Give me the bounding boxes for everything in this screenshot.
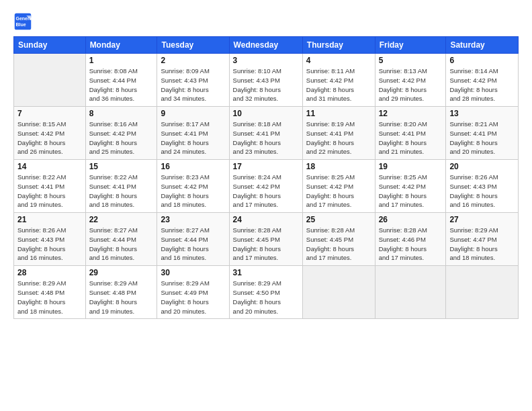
day-number: 21 xyxy=(17,215,82,224)
day-number: 12 xyxy=(379,109,443,118)
calendar-cell: 3Sunrise: 8:10 AMSunset: 4:43 PMDaylight… xyxy=(229,54,302,107)
day-info: Sunrise: 8:08 AMSunset: 4:44 PMDaylight:… xyxy=(89,66,154,103)
day-number: 7 xyxy=(17,109,82,118)
weekday-header: Wednesday xyxy=(229,37,302,54)
calendar-week-row: 28Sunrise: 8:29 AMSunset: 4:48 PMDayligh… xyxy=(14,266,519,319)
day-number: 2 xyxy=(161,56,225,65)
day-info: Sunrise: 8:10 AMSunset: 4:43 PMDaylight:… xyxy=(233,66,299,103)
day-number: 11 xyxy=(306,109,371,118)
day-info: Sunrise: 8:28 AMSunset: 4:45 PMDaylight:… xyxy=(233,226,299,263)
calendar-cell: 7Sunrise: 8:15 AMSunset: 4:42 PMDaylight… xyxy=(14,107,86,160)
day-info: Sunrise: 8:23 AMSunset: 4:42 PMDaylight:… xyxy=(161,173,225,210)
header: General Blue xyxy=(13,12,519,31)
calendar-cell: 29Sunrise: 8:29 AMSunset: 4:48 PMDayligh… xyxy=(85,266,157,319)
calendar-table: SundayMondayTuesdayWednesdayThursdayFrid… xyxy=(13,36,519,319)
day-number: 15 xyxy=(89,162,154,171)
logo: General Blue xyxy=(13,12,35,31)
day-info: Sunrise: 8:18 AMSunset: 4:41 PMDaylight:… xyxy=(233,120,299,156)
day-info: Sunrise: 8:28 AMSunset: 4:45 PMDaylight:… xyxy=(306,226,371,263)
day-number: 16 xyxy=(161,162,225,171)
day-info: Sunrise: 8:22 AMSunset: 4:41 PMDaylight:… xyxy=(89,173,154,210)
calendar-cell: 23Sunrise: 8:27 AMSunset: 4:44 PMDayligh… xyxy=(157,213,229,266)
day-info: Sunrise: 8:28 AMSunset: 4:46 PMDaylight:… xyxy=(379,226,443,263)
calendar-cell: 9Sunrise: 8:17 AMSunset: 4:41 PMDaylight… xyxy=(157,107,229,160)
logo-icon: General Blue xyxy=(13,12,32,31)
calendar-cell: 10Sunrise: 8:18 AMSunset: 4:41 PMDayligh… xyxy=(229,107,302,160)
day-info: Sunrise: 8:09 AMSunset: 4:43 PMDaylight:… xyxy=(161,66,225,103)
calendar-cell: 6Sunrise: 8:14 AMSunset: 4:42 PMDaylight… xyxy=(446,54,519,107)
calendar-cell: 18Sunrise: 8:25 AMSunset: 4:42 PMDayligh… xyxy=(302,160,375,213)
day-number: 28 xyxy=(17,268,82,277)
day-number: 17 xyxy=(233,162,299,171)
day-number: 14 xyxy=(17,162,82,171)
day-number: 27 xyxy=(449,215,515,224)
calendar-week-row: 1Sunrise: 8:08 AMSunset: 4:44 PMDaylight… xyxy=(14,54,519,107)
day-number: 4 xyxy=(306,56,371,65)
calendar-cell: 26Sunrise: 8:28 AMSunset: 4:46 PMDayligh… xyxy=(375,213,446,266)
day-number: 30 xyxy=(161,268,225,277)
svg-text:Blue: Blue xyxy=(16,22,26,27)
calendar-cell xyxy=(446,266,519,319)
page: General Blue SundayMondayTuesdayWednesda… xyxy=(0,0,532,411)
day-number: 26 xyxy=(379,215,443,224)
day-info: Sunrise: 8:25 AMSunset: 4:42 PMDaylight:… xyxy=(379,173,443,210)
day-number: 8 xyxy=(89,109,154,118)
day-number: 18 xyxy=(306,162,371,171)
day-number: 24 xyxy=(233,215,299,224)
calendar-cell: 15Sunrise: 8:22 AMSunset: 4:41 PMDayligh… xyxy=(85,160,157,213)
calendar-cell: 21Sunrise: 8:26 AMSunset: 4:43 PMDayligh… xyxy=(14,213,86,266)
calendar-cell: 4Sunrise: 8:11 AMSunset: 4:42 PMDaylight… xyxy=(302,54,375,107)
day-info: Sunrise: 8:29 AMSunset: 4:49 PMDaylight:… xyxy=(161,279,225,316)
calendar-cell xyxy=(375,266,446,319)
day-info: Sunrise: 8:15 AMSunset: 4:42 PMDaylight:… xyxy=(17,120,82,156)
day-number: 3 xyxy=(233,56,299,65)
calendar-cell: 25Sunrise: 8:28 AMSunset: 4:45 PMDayligh… xyxy=(302,213,375,266)
calendar-cell: 22Sunrise: 8:27 AMSunset: 4:44 PMDayligh… xyxy=(85,213,157,266)
weekday-header: Saturday xyxy=(446,37,519,54)
day-number: 10 xyxy=(233,109,299,118)
day-number: 1 xyxy=(89,56,154,65)
day-info: Sunrise: 8:26 AMSunset: 4:43 PMDaylight:… xyxy=(449,173,515,210)
calendar-cell: 24Sunrise: 8:28 AMSunset: 4:45 PMDayligh… xyxy=(229,213,302,266)
day-number: 5 xyxy=(379,56,443,65)
calendar-cell: 14Sunrise: 8:22 AMSunset: 4:41 PMDayligh… xyxy=(14,160,86,213)
day-number: 31 xyxy=(233,268,299,277)
day-number: 9 xyxy=(161,109,225,118)
day-info: Sunrise: 8:19 AMSunset: 4:41 PMDaylight:… xyxy=(306,120,371,156)
weekday-header: Sunday xyxy=(14,37,86,54)
day-info: Sunrise: 8:29 AMSunset: 4:48 PMDaylight:… xyxy=(17,279,82,316)
day-number: 25 xyxy=(306,215,371,224)
calendar-week-row: 21Sunrise: 8:26 AMSunset: 4:43 PMDayligh… xyxy=(14,213,519,266)
weekday-header: Friday xyxy=(375,37,446,54)
day-info: Sunrise: 8:25 AMSunset: 4:42 PMDaylight:… xyxy=(306,173,371,210)
day-info: Sunrise: 8:24 AMSunset: 4:42 PMDaylight:… xyxy=(233,173,299,210)
day-number: 6 xyxy=(449,56,515,65)
day-info: Sunrise: 8:29 AMSunset: 4:50 PMDaylight:… xyxy=(233,279,299,316)
day-info: Sunrise: 8:27 AMSunset: 4:44 PMDaylight:… xyxy=(89,226,154,263)
calendar-week-row: 7Sunrise: 8:15 AMSunset: 4:42 PMDaylight… xyxy=(14,107,519,160)
weekday-header: Tuesday xyxy=(157,37,229,54)
calendar-cell: 16Sunrise: 8:23 AMSunset: 4:42 PMDayligh… xyxy=(157,160,229,213)
day-info: Sunrise: 8:21 AMSunset: 4:41 PMDaylight:… xyxy=(449,120,515,156)
calendar-cell: 5Sunrise: 8:13 AMSunset: 4:42 PMDaylight… xyxy=(375,54,446,107)
day-info: Sunrise: 8:17 AMSunset: 4:41 PMDaylight:… xyxy=(161,120,225,156)
calendar-cell: 11Sunrise: 8:19 AMSunset: 4:41 PMDayligh… xyxy=(302,107,375,160)
calendar-cell: 13Sunrise: 8:21 AMSunset: 4:41 PMDayligh… xyxy=(446,107,519,160)
calendar-cell: 31Sunrise: 8:29 AMSunset: 4:50 PMDayligh… xyxy=(229,266,302,319)
day-number: 20 xyxy=(449,162,515,171)
day-info: Sunrise: 8:27 AMSunset: 4:44 PMDaylight:… xyxy=(161,226,225,263)
calendar-cell xyxy=(14,54,86,107)
day-number: 23 xyxy=(161,215,225,224)
calendar-cell: 2Sunrise: 8:09 AMSunset: 4:43 PMDaylight… xyxy=(157,54,229,107)
day-info: Sunrise: 8:29 AMSunset: 4:48 PMDaylight:… xyxy=(89,279,154,316)
day-number: 29 xyxy=(89,268,154,277)
calendar-cell: 19Sunrise: 8:25 AMSunset: 4:42 PMDayligh… xyxy=(375,160,446,213)
calendar-header-row: SundayMondayTuesdayWednesdayThursdayFrid… xyxy=(14,37,519,54)
day-info: Sunrise: 8:14 AMSunset: 4:42 PMDaylight:… xyxy=(449,66,515,103)
calendar-week-row: 14Sunrise: 8:22 AMSunset: 4:41 PMDayligh… xyxy=(14,160,519,213)
day-info: Sunrise: 8:11 AMSunset: 4:42 PMDaylight:… xyxy=(306,66,371,103)
day-info: Sunrise: 8:13 AMSunset: 4:42 PMDaylight:… xyxy=(379,66,443,103)
calendar-cell: 20Sunrise: 8:26 AMSunset: 4:43 PMDayligh… xyxy=(446,160,519,213)
calendar-cell: 12Sunrise: 8:20 AMSunset: 4:41 PMDayligh… xyxy=(375,107,446,160)
day-info: Sunrise: 8:22 AMSunset: 4:41 PMDaylight:… xyxy=(17,173,82,210)
